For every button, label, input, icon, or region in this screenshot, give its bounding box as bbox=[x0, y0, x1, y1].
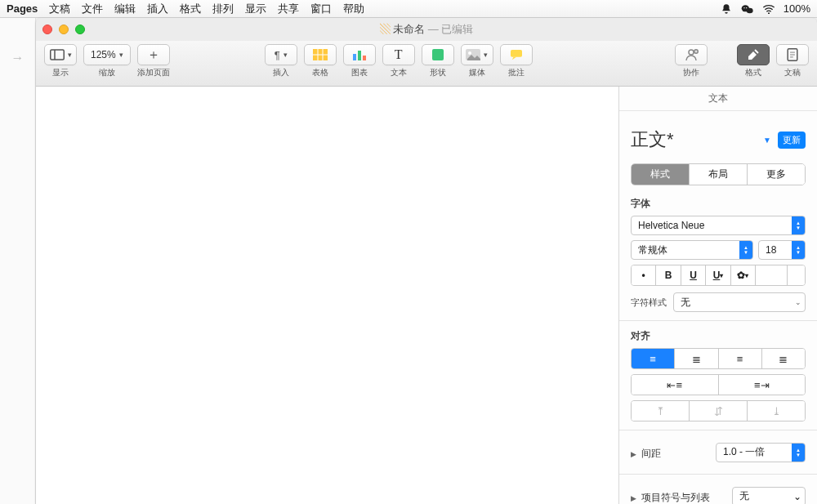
toolbar: ▾ 显示 125%▾ 缩放 ＋ 添加页面 ¶▾ 插入 表格 bbox=[36, 41, 817, 87]
chart-label: 图表 bbox=[351, 67, 368, 78]
stepper-icon: ▲▼ bbox=[792, 241, 805, 259]
advanced-options-button[interactable]: ✿▾ bbox=[731, 265, 756, 285]
menu-window[interactable]: 窗口 bbox=[310, 2, 332, 16]
media-button[interactable]: ▾ bbox=[461, 44, 493, 65]
menu-view[interactable]: 显示 bbox=[245, 2, 266, 16]
insert-button[interactable]: ¶▾ bbox=[265, 44, 297, 65]
valign-middle-button[interactable]: ⇵ bbox=[690, 401, 748, 421]
vertical-align-group: ⤒ ⇵ ⤓ bbox=[631, 400, 806, 421]
font-family-select[interactable]: Helvetica Neue ▲▼ bbox=[631, 216, 806, 235]
char-style-select[interactable]: 无 ⌄ bbox=[673, 292, 806, 312]
doc-name: 未命名 bbox=[393, 23, 425, 35]
char-style-label: 字符样式 bbox=[631, 297, 667, 309]
doc-status: 已编辑 bbox=[441, 23, 473, 35]
menu-help[interactable]: 帮助 bbox=[343, 2, 364, 16]
tab-style[interactable]: 样式 bbox=[632, 164, 690, 185]
underline-button[interactable]: U bbox=[681, 265, 706, 285]
forward-arrow-icon[interactable]: → bbox=[11, 51, 25, 65]
tab-layout[interactable]: 布局 bbox=[690, 164, 748, 185]
menu-edit[interactable]: 编辑 bbox=[114, 2, 136, 16]
align-left-button[interactable]: ≡ bbox=[632, 349, 675, 368]
spacing-select[interactable]: 1.0 - 一倍 ▲▼ bbox=[716, 443, 806, 462]
format-inspector-button[interactable] bbox=[737, 44, 770, 65]
table-button[interactable] bbox=[304, 44, 337, 65]
chart-button[interactable] bbox=[343, 44, 376, 65]
menu-arrange[interactable]: 排列 bbox=[212, 2, 234, 16]
inspector-tabs: 样式 布局 更多 bbox=[631, 163, 806, 185]
paragraph-style-dropdown-icon[interactable]: ▼ bbox=[763, 136, 771, 145]
notification-icon[interactable] bbox=[720, 2, 733, 16]
document-canvas[interactable] bbox=[36, 87, 619, 504]
menu-share[interactable]: 共享 bbox=[278, 2, 299, 16]
align-center-button[interactable]: ≣ bbox=[675, 349, 718, 368]
svg-rect-5 bbox=[50, 50, 64, 60]
svg-point-1 bbox=[746, 7, 752, 13]
media-label: 媒体 bbox=[469, 67, 485, 78]
battery-percent: 100% bbox=[784, 2, 810, 15]
tab-more[interactable]: 更多 bbox=[748, 164, 805, 185]
document-inspector-button[interactable] bbox=[776, 44, 809, 65]
bold-button[interactable]: B bbox=[656, 265, 681, 285]
disclosure-triangle-icon: ▶ bbox=[631, 494, 636, 502]
bullet-style-button[interactable]: • bbox=[632, 265, 656, 285]
bullets-select[interactable]: 无 ⌄ bbox=[732, 487, 806, 505]
text-button[interactable]: T bbox=[382, 44, 415, 65]
view-label: 显示 bbox=[52, 67, 69, 78]
shape-button[interactable] bbox=[422, 44, 454, 65]
zoom-dropdown[interactable]: 125%▾ bbox=[83, 44, 131, 65]
update-style-button[interactable]: 更新 bbox=[778, 132, 806, 149]
view-button[interactable]: ▾ bbox=[44, 44, 77, 65]
svg-point-4 bbox=[768, 12, 770, 14]
system-menubar: Pages 文稿 文件 编辑 插入 格式 排列 显示 共享 窗口 帮助 100% bbox=[0, 0, 817, 18]
shape-label: 形状 bbox=[430, 67, 446, 78]
font-style-value: 常规体 bbox=[638, 243, 667, 257]
font-size-select[interactable]: 18 ▲▼ bbox=[758, 240, 806, 260]
bullets-disclosure[interactable]: ▶ 项目符号与列表 bbox=[631, 491, 710, 504]
outdent-button[interactable]: ⇤≡ bbox=[632, 375, 719, 395]
indent-button[interactable]: ≡⇥ bbox=[719, 375, 806, 395]
font-style-select[interactable]: 常规体 ▲▼ bbox=[631, 240, 753, 260]
font-section-label: 字体 bbox=[631, 197, 806, 211]
format-inspector: 文本 正文* ▼ 更新 样式 布局 更多 字体 Helvetica Neue bbox=[619, 87, 817, 504]
doc-icon: ▧ bbox=[380, 23, 391, 35]
menu-file[interactable]: 文件 bbox=[82, 2, 103, 16]
svg-rect-16 bbox=[511, 50, 522, 57]
paragraph-style-name[interactable]: 正文* bbox=[631, 127, 674, 152]
menu-insert[interactable]: 插入 bbox=[147, 2, 168, 16]
spacing-label: 间距 bbox=[641, 447, 661, 461]
sidebar-strip: → bbox=[0, 18, 36, 504]
zoom-label: 缩放 bbox=[99, 67, 115, 78]
collaborate-button[interactable] bbox=[675, 44, 708, 65]
align-right-button[interactable]: ≡ bbox=[719, 349, 762, 368]
table-label: 表格 bbox=[312, 67, 328, 78]
window-titlebar: ▧ 未命名 — 已编辑 bbox=[36, 18, 817, 41]
wifi-icon[interactable] bbox=[762, 2, 775, 16]
align-justify-button[interactable]: ≣ bbox=[762, 349, 805, 368]
color-wheel-button[interactable] bbox=[788, 265, 805, 285]
stepper-icon: ▲▼ bbox=[739, 241, 752, 259]
inspector-title: 文本 bbox=[619, 87, 817, 111]
wechat-icon[interactable] bbox=[741, 2, 754, 16]
app-name[interactable]: Pages bbox=[7, 2, 38, 15]
text-color-swatch[interactable] bbox=[756, 265, 788, 285]
char-style-value: 无 bbox=[681, 296, 690, 310]
svg-point-15 bbox=[468, 51, 471, 55]
menu-document[interactable]: 文稿 bbox=[49, 2, 70, 16]
svg-point-3 bbox=[746, 7, 747, 8]
valign-bottom-button[interactable]: ⤓ bbox=[748, 401, 805, 421]
format-label: 格式 bbox=[745, 67, 761, 78]
comment-label: 批注 bbox=[508, 67, 525, 78]
document-title: ▧ 未命名 — 已编辑 bbox=[36, 22, 817, 37]
menu-format[interactable]: 格式 bbox=[180, 2, 201, 16]
spacing-value: 1.0 - 一倍 bbox=[723, 445, 765, 459]
stepper-icon: ▲▼ bbox=[792, 216, 805, 234]
collab-label: 协作 bbox=[683, 67, 699, 78]
valign-top-button[interactable]: ⤒ bbox=[632, 401, 690, 421]
align-section-label: 对齐 bbox=[631, 329, 806, 343]
comment-button[interactable] bbox=[500, 44, 533, 65]
strikethrough-button[interactable]: U▾ bbox=[706, 265, 730, 285]
bullets-value: 无 bbox=[739, 489, 749, 503]
spacing-disclosure[interactable]: ▶ 间距 bbox=[631, 447, 661, 461]
svg-point-2 bbox=[743, 7, 744, 8]
addpage-button[interactable]: ＋ bbox=[137, 44, 170, 65]
